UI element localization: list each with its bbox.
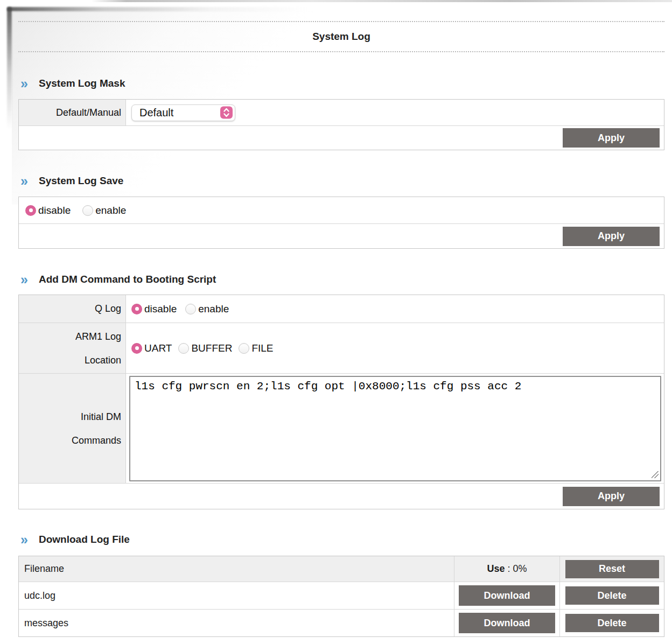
- radio-label: FILE: [251, 342, 273, 354]
- section-header-download-log-file: » Download Log File: [18, 533, 664, 546]
- section-header-add-dm-command: » Add DM Command to Booting Script: [18, 273, 664, 286]
- download-button-udc-log[interactable]: Download: [459, 585, 555, 606]
- download-cell: Download: [454, 610, 559, 636]
- page-title: System Log: [18, 22, 664, 51]
- radio-qlog-enable[interactable]: enable: [185, 303, 229, 315]
- filename-header: Filename: [19, 556, 454, 582]
- system-log-mask-table: Default/Manual Default Apply: [18, 99, 664, 150]
- double-chevron-right-icon: »: [20, 534, 37, 545]
- section-header-system-log-save: » System Log Save: [18, 174, 664, 187]
- radio-save-enable[interactable]: enable: [82, 205, 126, 216]
- delete-cell: Delete: [559, 610, 664, 636]
- apply-row: Apply: [19, 125, 664, 150]
- section-heading: System Log Mask: [39, 78, 125, 89]
- apply-row: Apply: [19, 483, 664, 509]
- section-heading: Add DM Command to Booting Script: [39, 274, 216, 285]
- select-stepper-icon: [220, 107, 233, 119]
- q-log-label: Q Log: [19, 295, 126, 323]
- radio-icon: [178, 343, 189, 354]
- apply-button-dm[interactable]: Apply: [563, 487, 660, 506]
- q-log-radio-group: disable enable: [126, 295, 664, 323]
- radio-icon: [185, 304, 196, 314]
- table-row-messages: messages Download Delete: [19, 609, 664, 636]
- label-line: Commands: [72, 429, 121, 452]
- double-chevron-right-icon: »: [20, 78, 37, 89]
- radio-arm1-uart[interactable]: UART: [131, 342, 172, 354]
- arm1-radio-group: UART BUFFER FILE: [126, 323, 664, 373]
- system-log-save-table: disable enable Apply: [18, 197, 664, 249]
- table-header-row: Filename Use : 0% Reset: [19, 556, 664, 582]
- label-line: Initial DM: [81, 405, 121, 429]
- radio-arm1-buffer[interactable]: BUFFER: [178, 342, 232, 354]
- radio-save-disable[interactable]: disable: [25, 205, 71, 216]
- initial-dm-commands-cell: l1s cfg pwrscn en 2;l1s cfg opt |0x8000;…: [126, 374, 664, 483]
- radio-qlog-disable[interactable]: disable: [131, 303, 177, 315]
- radio-label: UART: [144, 342, 172, 354]
- radio-label: BUFFER: [191, 342, 232, 354]
- panel-corner-shadow-vertical: [7, 7, 12, 130]
- radio-arm1-file[interactable]: FILE: [239, 342, 273, 354]
- download-cell: Download: [454, 582, 559, 609]
- label-line: Location: [85, 348, 121, 372]
- initial-dm-commands-label: Initial DM Commands: [19, 374, 126, 483]
- apply-button-mask[interactable]: Apply: [563, 128, 660, 148]
- default-manual-select[interactable]: Default: [131, 104, 235, 121]
- radio-icon: [82, 205, 93, 216]
- main-content: System Log » System Log Mask Default/Man…: [18, 21, 664, 637]
- radio-label: disable: [38, 205, 71, 216]
- reset-button[interactable]: Reset: [565, 560, 659, 578]
- table-row: Initial DM Commands l1s cfg pwrscn en 2;…: [19, 373, 664, 483]
- download-button-messages[interactable]: Download: [459, 613, 555, 633]
- table-row-udc-log: udc.log Download Delete: [19, 582, 664, 609]
- delete-cell: Delete: [559, 582, 664, 609]
- radio-label: enable: [95, 205, 126, 216]
- radio-label: enable: [198, 303, 229, 315]
- panel-corner-shadow-horizontal: [7, 7, 309, 11]
- double-chevron-right-icon: »: [20, 274, 37, 285]
- radio-icon: [131, 343, 142, 354]
- section-heading: Download Log File: [39, 534, 130, 545]
- table-row: Default/Manual Default: [19, 100, 664, 125]
- save-radio-group: disable enable: [19, 197, 664, 223]
- apply-button-save[interactable]: Apply: [563, 227, 660, 246]
- arm1-log-location-label: ARM1 Log Location: [19, 323, 126, 373]
- filename-cell: messages: [19, 610, 454, 636]
- initial-dm-commands-textarea[interactable]: l1s cfg pwrscn en 2;l1s cfg opt |0x8000;…: [129, 376, 661, 481]
- section-header-system-log-mask: » System Log Mask: [18, 77, 664, 90]
- default-manual-cell: Default: [126, 100, 664, 125]
- radio-icon: [239, 343, 249, 354]
- delete-button-udc-log[interactable]: Delete: [565, 586, 659, 605]
- radio-icon: [25, 205, 36, 216]
- usage-cell: Use : 0%: [454, 556, 559, 582]
- table-row: disable enable: [19, 197, 664, 223]
- delete-button-messages[interactable]: Delete: [565, 614, 659, 632]
- default-manual-label: Default/Manual: [19, 100, 126, 125]
- radio-label: disable: [144, 303, 177, 315]
- resize-grip-icon[interactable]: [652, 471, 659, 478]
- dotted-divider-under-title: [18, 51, 664, 52]
- reset-cell: Reset: [559, 556, 664, 582]
- download-log-file-table: Filename Use : 0% Reset udc.log Download…: [18, 556, 664, 637]
- use-label: Use: [487, 563, 505, 575]
- top-edge-smudge: [92, 0, 672, 2]
- apply-row: Apply: [19, 223, 664, 248]
- add-dm-command-table: Q Log disable enable ARM1 Log Location: [18, 295, 664, 509]
- section-heading: System Log Save: [39, 175, 123, 187]
- use-value: : 0%: [508, 563, 527, 575]
- label-line: ARM1 Log: [75, 325, 121, 348]
- filename-cell: udc.log: [19, 582, 454, 609]
- table-row: Q Log disable enable: [19, 295, 664, 323]
- select-value: Default: [139, 107, 173, 119]
- textarea-wrapper: l1s cfg pwrscn en 2;l1s cfg opt |0x8000;…: [129, 376, 661, 481]
- double-chevron-right-icon: »: [20, 176, 37, 186]
- radio-icon: [131, 304, 142, 314]
- table-row: ARM1 Log Location UART BUFFER FILE: [19, 323, 664, 373]
